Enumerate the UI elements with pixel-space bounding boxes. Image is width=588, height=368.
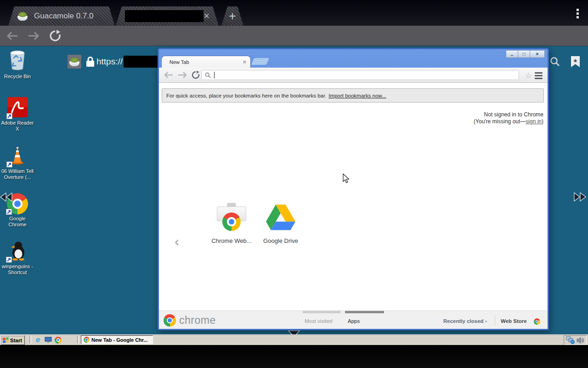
chrome-logo-icon [164, 314, 176, 327]
maximize-button[interactable]: □ [518, 50, 530, 58]
chrome-brand: chrome [164, 314, 216, 327]
tab-title-redacted [125, 10, 204, 22]
recycle-bin-icon [7, 49, 28, 72]
bookmarks-icon[interactable]: ★ [571, 56, 580, 67]
new-tab-button[interactable] [251, 58, 270, 65]
system-tray [564, 335, 587, 345]
web-store-icon [217, 203, 246, 232]
scroll-right-indicator-icon [573, 192, 587, 202]
android-tab-strip: Guacamole 0.7.0 × + [0, 0, 588, 26]
new-tab-button[interactable]: + [221, 6, 243, 26]
web-store-link[interactable]: Web Store [501, 318, 527, 324]
apps-page-left-chevron[interactable]: ‹ [175, 235, 179, 248]
network-tray-icon[interactable] [566, 336, 575, 344]
window-controls: – □ × [506, 50, 545, 58]
screen: Guacamole 0.7.0 × + https:// /client.xht… [0, 0, 588, 368]
close-button[interactable]: × [530, 50, 545, 58]
dropdown-arrow-icon: ▾ [485, 319, 487, 324]
address-bar: https:// /client.xhtml?id=Windows%202008… [0, 26, 588, 46]
apps-tab[interactable]: Apps [348, 318, 360, 324]
text-caret [214, 72, 215, 78]
chrome-tab-newtab[interactable]: New Tab × [162, 56, 250, 68]
most-visited-indicator [303, 311, 340, 313]
desktop-icon-william-tell-overture[interactable]: 06 William Tell Overture (... [0, 145, 35, 180]
bookmarks-bar-notice: For quick access, place your bookmarks h… [162, 88, 544, 103]
chrome-toolbar: ☆ [159, 68, 548, 83]
desktop-icon-winpenguins[interactable]: winpenguins - Shortcut [0, 241, 35, 276]
search-icon[interactable] [549, 56, 560, 67]
browser-back-icon[interactable] [6, 30, 19, 41]
new-tab-page: For quick access, place your bookmarks h… [159, 83, 548, 310]
footer-divider [495, 315, 495, 325]
chrome-menu-icon[interactable] [535, 72, 543, 79]
vlc-icon [7, 145, 28, 167]
sign-in-link[interactable]: sign in [526, 118, 542, 125]
browser-reload-icon[interactable] [49, 29, 62, 42]
recently-closed-menu[interactable]: Recently closed ▾ [443, 318, 487, 324]
volume-tray-icon[interactable] [577, 337, 584, 344]
tab-title: Guacamole 0.7.0 [34, 12, 93, 21]
omnibox-input[interactable] [201, 70, 519, 80]
mouse-cursor [343, 173, 350, 184]
taskbar-task-newtab[interactable]: New Tab - Google Chr... [81, 335, 153, 344]
bookmark-star-icon[interactable]: ☆ [525, 71, 532, 80]
guacamole-favicon-icon [17, 12, 28, 21]
desktop-icon-adobe-reader[interactable]: Adobe Reader X [0, 97, 35, 132]
browser-tab-guacamole[interactable]: Guacamole 0.7.0 [8, 6, 115, 26]
signin-prompt: Not signed in to Chrome (You're missing … [474, 111, 543, 125]
lock-icon [85, 56, 95, 67]
forward-icon[interactable] [177, 71, 187, 79]
android-nav-bar: 1 6:05 [0, 345, 588, 368]
browser-tab-second[interactable]: × [116, 6, 219, 26]
newtab-footer: chrome Most visited Apps Recently closed… [159, 310, 548, 329]
scroll-left-indicator-icon [0, 192, 13, 202]
app-chrome-web-store[interactable]: Chrome Web... [206, 203, 257, 244]
start-button[interactable]: Start [1, 335, 25, 345]
back-icon[interactable] [164, 71, 174, 79]
windows-taskbar: Start e New Tab - Google Chr... [0, 334, 588, 345]
import-bookmarks-link[interactable]: Import bookmarks now... [328, 93, 386, 98]
search-icon [205, 72, 211, 78]
page-favicon-icon [68, 55, 81, 69]
chrome-icon [84, 337, 90, 343]
google-drive-icon [266, 203, 295, 232]
windows-logo-icon [2, 337, 9, 343]
overflow-menu-icon[interactable] [575, 7, 581, 20]
chrome-window: – □ × New Tab × ☆ [158, 48, 549, 330]
tab-close-icon[interactable]: × [204, 12, 209, 21]
quicklaunch-show-desktop-icon[interactable] [44, 336, 52, 344]
minimize-button[interactable]: – [506, 50, 518, 58]
quicklaunch-chrome-icon[interactable] [54, 336, 62, 344]
tab-close-icon[interactable]: × [243, 58, 246, 65]
browser-forward-icon[interactable] [27, 30, 40, 41]
app-google-drive[interactable]: Google Drive [255, 203, 306, 244]
desktop-icon-recycle-bin[interactable]: Recycle Bin [0, 49, 35, 80]
penguin-icon [7, 241, 28, 262]
reload-icon[interactable] [191, 70, 200, 80]
quicklaunch-ie-icon[interactable]: e [34, 336, 42, 344]
most-visited-tab[interactable]: Most visited [305, 318, 333, 324]
apps-indicator [345, 311, 384, 313]
adobe-reader-icon [7, 97, 28, 119]
